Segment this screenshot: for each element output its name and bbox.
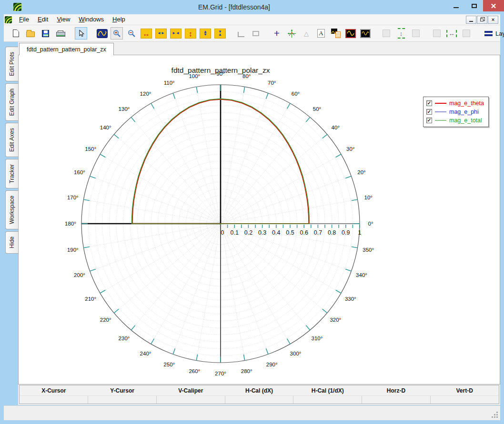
tracker-button[interactable]	[285, 27, 298, 39]
angle-tick-label: 40°	[332, 125, 340, 130]
menu-edit[interactable]: Edit	[33, 15, 52, 24]
angle-tick-label: 160°	[74, 169, 85, 175]
cursor-value-cell	[20, 396, 88, 404]
angle-tick-label: 60°	[292, 91, 300, 97]
menu-view[interactable]: View	[52, 15, 74, 24]
legend-label: mag_e_theta	[449, 100, 484, 107]
cursor-col-h-cal-dx-: H-Cal (dX)	[225, 387, 293, 394]
cursor-col-y-cursor: Y-Cursor	[88, 387, 157, 394]
text-annotation-button[interactable]: A	[315, 27, 327, 39]
caliper-triangle-button[interactable]: △	[300, 27, 312, 39]
cursor-value-cell	[293, 396, 362, 404]
save-button[interactable]	[39, 27, 51, 39]
rectangle-button[interactable]	[250, 27, 262, 39]
zoom-out-button[interactable]	[125, 27, 138, 39]
mdi-minimize-button[interactable]	[466, 16, 476, 24]
axes-corner-button[interactable]	[235, 27, 247, 39]
save-floppy-icon	[42, 30, 49, 37]
maximize-icon	[472, 4, 477, 8]
sidebar-tab-hide[interactable]: Hide	[5, 231, 18, 254]
mdi-restore-button[interactable]	[477, 16, 487, 24]
angle-tick-label: 30°	[346, 146, 354, 152]
sidebar-tab-label: Edit Graph	[9, 89, 15, 116]
menu-windows[interactable]: Windows	[74, 15, 108, 24]
legend-checkbox-mag_e_phi[interactable]: ✓	[426, 109, 432, 115]
open-folder-icon	[26, 31, 35, 37]
close-button[interactable]: ✕	[483, 0, 504, 11]
radial-tick-label: 1	[358, 229, 362, 236]
app-logo-icon	[13, 3, 21, 11]
document-logo-icon	[5, 16, 12, 23]
angle-tick-label: 120°	[140, 91, 151, 97]
angle-tick-label: 200°	[74, 272, 85, 278]
expand-horizontal-button[interactable]: ◄►	[155, 27, 167, 39]
new-document-icon	[13, 30, 19, 37]
expand-vertical-button[interactable]: ▲▼	[199, 27, 212, 39]
select-cursor-button[interactable]	[75, 27, 87, 39]
shrink-vertical-button[interactable]: ▼▲	[214, 27, 226, 39]
angle-tick-label: 140°	[100, 125, 111, 130]
legend-checkbox-mag_e_theta[interactable]: ✓	[426, 100, 432, 106]
zoom-in-icon	[113, 30, 121, 38]
legend-label: mag_e_phi	[449, 108, 479, 115]
cursor-col-vert-d: Vert-D	[430, 387, 499, 394]
angle-tick-label: 190°	[67, 247, 79, 253]
angle-tick-label: 20°	[357, 169, 365, 175]
fit-horizontal-button[interactable]: ↔	[445, 27, 458, 39]
disabled-button-1	[380, 27, 393, 39]
text-annotation-icon: A	[317, 29, 325, 38]
angle-tick-label: 330°	[345, 296, 356, 302]
angle-tick-label: 340°	[356, 272, 367, 278]
dark-plot-button[interactable]	[344, 27, 357, 39]
legend-line-swatch	[435, 103, 446, 104]
sidebar-tab-edit-axes[interactable]: Edit Axes	[5, 123, 18, 157]
cursor-value-cell	[362, 396, 430, 404]
polar-plot-canvas[interactable]: fdtd_pattern_pattern_polar_zx 0°10°20°30…	[18, 55, 500, 385]
maximize-button[interactable]	[465, 0, 483, 11]
minimize-icon	[454, 7, 459, 8]
rectangle-icon	[252, 31, 259, 36]
angle-tick-label: 240°	[140, 351, 151, 356]
layout-button[interactable]: Layout ▾	[481, 29, 504, 39]
menu-file[interactable]: File	[15, 15, 33, 24]
axes-corner-icon	[238, 32, 244, 37]
layout-label: Layout	[495, 30, 504, 37]
sidebar-tab-edit-graph[interactable]: Edit Graph	[5, 83, 18, 121]
angle-tick-label: 70°	[268, 80, 276, 86]
shrink-horizontal-button[interactable]: ►◄	[170, 27, 182, 39]
fit-plot-button[interactable]	[96, 27, 108, 39]
legend-entry-mag_e_phi: ✓mag_e_phi	[426, 108, 484, 115]
print-button[interactable]	[54, 27, 66, 39]
angle-tick-label: 180°	[65, 221, 76, 227]
window-title: EM.Grid - [fdtdlesson4a]	[21, 0, 447, 11]
statusbar	[4, 405, 500, 420]
layout-bars-icon	[484, 31, 493, 36]
fit-vertical-button[interactable]: ↕	[395, 27, 407, 39]
angle-tick-label: 80°	[242, 73, 251, 79]
toolbar: ↔ ◄► ►◄ ↕ ▲▼ ▼▲ + △ A	[4, 25, 500, 42]
minimize-button[interactable]	[447, 0, 465, 11]
fit-horizontal-icon: ↔	[446, 30, 457, 37]
print-icon	[56, 30, 64, 38]
dark-multiplot-button[interactable]	[359, 27, 372, 39]
menu-help[interactable]: Help	[108, 15, 130, 24]
angle-tick-label: 210°	[85, 296, 96, 302]
stretch-vertical-button[interactable]: ↕	[184, 27, 197, 39]
select-cursor-icon	[77, 30, 85, 37]
legend-checkbox-mag_e_total[interactable]: ✓	[426, 118, 432, 123]
sidebar-tab-workspace[interactable]: Workspace	[5, 190, 18, 229]
crosshair-button[interactable]: +	[271, 27, 283, 39]
sidebar-tab-tracker[interactable]: Tracker	[5, 159, 18, 188]
stretch-horizontal-button[interactable]: ↔	[140, 27, 152, 39]
resize-grip-icon[interactable]	[496, 416, 498, 418]
zoom-in-button[interactable]	[111, 27, 123, 39]
legend-entry-mag_e_theta: ✓mag_e_theta	[426, 99, 484, 107]
open-file-button[interactable]	[24, 27, 37, 39]
tab-fdtd-pattern-polar-zx[interactable]: fdtd_pattern_pattern_polar_zx	[19, 43, 114, 55]
mdi-close-button[interactable]: ×	[488, 16, 498, 24]
new-document-button[interactable]	[10, 27, 22, 39]
disabled-square-icon	[463, 30, 470, 37]
legend-toggle-button[interactable]	[330, 27, 342, 39]
menubar: FileEditViewWindowsHelp ×	[4, 14, 500, 25]
sidebar-tab-edit-plots[interactable]: Edit Plots	[5, 47, 18, 81]
